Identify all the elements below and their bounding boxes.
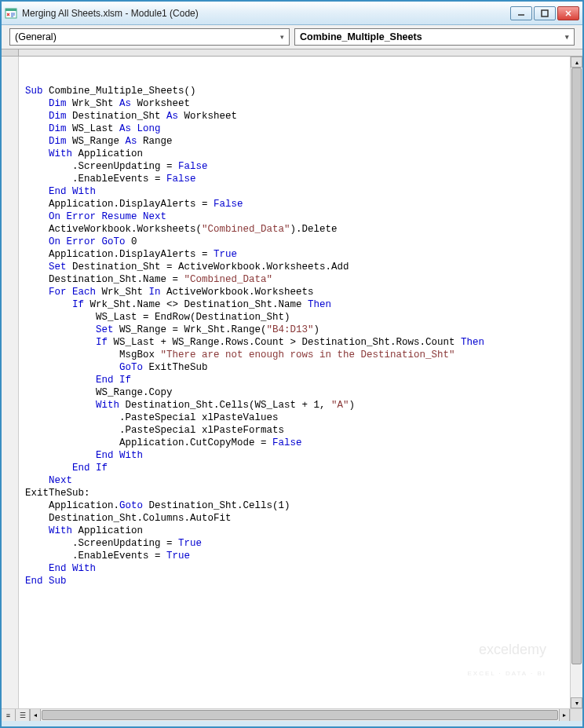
horizontal-scrollbar[interactable]: ◂ ▸ [30,709,570,721]
code-line: End Sub [25,575,564,587]
code-line: On Error GoTo 0 [25,236,564,248]
chevron-down-icon: ▾ [565,33,569,41]
code-line: Dim WS_Range As Range [25,135,564,148]
procedure-dropdown[interactable]: Combine_Multiple_Sheets ▾ [294,28,575,46]
svg-rect-3 [542,10,548,16]
watermark-tagline: EXCEL · DATA · BI [455,671,546,677]
window-title: Merging All Sheets.xlsm - Module1 (Code) [22,8,510,19]
code-line: With Application [25,148,564,160]
code-line: On Error Resume Next [25,210,564,223]
code-line: With Destination_Sht.Cells(WS_Last + 1, … [25,399,564,412]
vertical-scroll-thumb[interactable] [571,68,582,664]
code-line: Application.Goto Destination_Sht.Cells(1… [25,499,564,512]
object-procedure-bar: (General) ▾ Combine_Multiple_Sheets ▾ [2,25,582,49]
code-line: GoTo ExitTheSub [25,361,564,374]
code-line: Dim WS_Last As Long [25,123,564,135]
object-dropdown-value: (General) [15,31,57,42]
procedure-dropdown-value: Combine_Multiple_Sheets [300,31,422,42]
horizontal-scroll-thumb[interactable] [42,710,558,720]
scroll-left-button[interactable]: ◂ [30,709,41,721]
code-line: .ScreenUpdating = False [25,160,564,173]
titlebar: Merging All Sheets.xlsm - Module1 (Code) [2,2,582,25]
code-line: End If [25,462,564,474]
code-line: .EnableEvents = False [25,173,564,185]
code-line: Application.DisplayAlerts = True [25,248,564,261]
code-line: Set Destination_Sht = ActiveWorkbook.Wor… [25,261,564,273]
code-line: .EnableEvents = True [25,550,564,562]
code-line: WS_Range.Copy [25,386,564,399]
code-line: WS_Last = EndRow(Destination_Sht) [25,311,564,324]
full-module-view-button[interactable]: ☰ [16,709,30,721]
split-corner [2,49,19,56]
code-line: If WS_Last + WS_Range.Rows.Count > Desti… [25,336,564,349]
code-line: With Application [25,525,564,537]
scroll-down-button[interactable]: ▾ [571,697,582,708]
code-line: ExitTheSub: [25,487,564,499]
procedure-view-button[interactable]: ≡ [2,709,16,721]
code-line: End If [25,374,564,386]
code-line: Sub Combine_Multiple_Sheets() [25,85,564,97]
chevron-down-icon: ▾ [280,33,284,41]
code-line: End With [25,185,564,198]
code-line: Destination_Sht.Name = "Combined_Data" [25,273,564,286]
window-controls [510,6,579,20]
code-line: Next [25,474,564,487]
view-mode-buttons: ≡ ☰ [2,709,30,721]
object-dropdown[interactable]: (General) ▾ [9,28,290,46]
watermark-brand: exceldemy [479,642,546,657]
code-editor[interactable]: Sub Combine_Multiple_Sheets() Dim Wrk_Sh… [19,57,570,708]
svg-rect-1 [5,9,16,11]
vba-module-icon [5,7,17,20]
code-line: .PasteSpecial xlPasteValues [25,412,564,424]
code-line: Application.DisplayAlerts = False [25,198,564,210]
code-line: ActiveWorkbook.Worksheets("Combined_Data… [25,223,564,236]
close-button[interactable] [557,6,579,20]
code-line: .PasteSpecial xlPasteFormats [25,424,564,437]
split-bar-top [2,49,582,57]
code-line: End With [25,562,564,575]
code-line: Dim Destination_Sht As Worksheet [25,110,564,123]
scrollbar-corner [570,709,582,721]
scroll-up-button[interactable]: ▴ [571,57,582,68]
code-line: End With [25,449,564,462]
code-line: If Wrk_Sht.Name <> Destination_Sht.Name … [25,298,564,311]
code-line: Set WS_Range = Wrk_Sht.Range("B4:D13") [25,324,564,336]
code-line: MsgBox "There are not enough rows in the… [25,349,564,361]
maximize-button[interactable] [534,6,556,20]
code-line: Application.CutCopyMode = False [25,437,564,449]
code-line: Dim Wrk_Sht As Worksheet [25,97,564,110]
vertical-scrollbar[interactable]: ▴ ▾ [570,57,582,708]
code-line: Destination_Sht.Columns.AutoFit [25,512,564,525]
horizontal-scrollbar-row: ≡ ☰ ◂ ▸ [2,708,582,721]
watermark: exceldemy EXCEL · DATA · BI [455,628,546,705]
code-container: Sub Combine_Multiple_Sheets() Dim Wrk_Sh… [2,57,582,708]
margin-indicator-bar[interactable] [2,57,19,708]
code-line: For Each Wrk_Sht In ActiveWorkbook.Works… [25,286,564,298]
scroll-right-button[interactable]: ▸ [559,709,570,721]
minimize-button[interactable] [510,6,532,20]
code-line: .ScreenUpdating = True [25,537,564,550]
